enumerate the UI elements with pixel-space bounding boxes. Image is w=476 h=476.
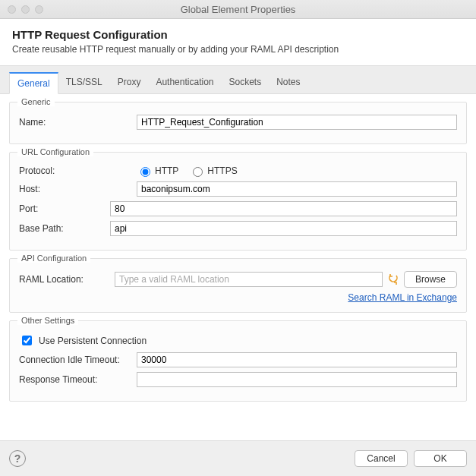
group-url-configuration: URL Configuration Protocol: HTTP HTTPS H… <box>9 152 467 251</box>
raml-location-label: RAML Location: <box>19 274 110 285</box>
group-other-label: Other Settings <box>17 316 78 325</box>
group-other-settings: Other Settings Use Persistent Connection… <box>9 320 467 402</box>
name-label: Name: <box>19 117 137 128</box>
close-icon[interactable] <box>8 5 16 14</box>
idle-timeout-input[interactable] <box>137 352 457 367</box>
dialog-footer: ? Cancel OK <box>0 440 476 476</box>
group-generic: Generic Name: <box>9 102 467 144</box>
basepath-input[interactable] <box>110 221 457 236</box>
protocol-https-text: HTTPS <box>207 165 237 176</box>
protocol-https-radio[interactable]: HTTPS <box>189 165 237 177</box>
search-raml-link[interactable]: Search RAML in Exchange <box>348 292 457 303</box>
tab-content: Generic Name: URL Configuration Protocol… <box>0 94 476 440</box>
titlebar: Global Element Properties <box>0 0 476 19</box>
persistent-connection-checkbox[interactable] <box>22 336 32 345</box>
protocol-http-text: HTTP <box>155 165 178 176</box>
raml-location-input[interactable] <box>115 272 383 287</box>
group-api-configuration: API Configuration RAML Location: Browse … <box>9 258 467 313</box>
host-label: Host: <box>19 184 137 194</box>
protocol-http-input[interactable] <box>140 167 150 177</box>
tab-notes[interactable]: Notes <box>269 72 307 93</box>
group-url-label: URL Configuration <box>17 147 93 156</box>
refresh-icon[interactable] <box>387 273 399 285</box>
tab-bar: General TLS/SSL Proxy Authentication Soc… <box>0 66 476 94</box>
response-timeout-label: Response Timeout: <box>19 374 137 385</box>
dialog-header: HTTP Request Configuration Create reusab… <box>0 19 476 66</box>
name-input[interactable] <box>137 115 457 130</box>
idle-timeout-label: Connection Idle Timeout: <box>19 355 137 365</box>
zoom-icon[interactable] <box>35 5 43 14</box>
dialog-window: Global Element Properties HTTP Request C… <box>0 0 476 476</box>
protocol-https-input[interactable] <box>193 167 203 177</box>
port-input[interactable] <box>110 201 457 216</box>
persistent-connection-label: Use Persistent Connection <box>39 336 147 346</box>
response-timeout-input[interactable] <box>137 372 457 387</box>
basepath-label: Base Path: <box>19 223 110 234</box>
tab-sockets[interactable]: Sockets <box>221 72 269 93</box>
tab-general[interactable]: General <box>9 72 58 94</box>
cancel-button[interactable]: Cancel <box>355 450 408 467</box>
tab-authentication[interactable]: Authentication <box>148 72 221 93</box>
group-generic-label: Generic <box>17 97 55 106</box>
tab-proxy[interactable]: Proxy <box>110 72 149 93</box>
protocol-radios: HTTP HTTPS <box>137 165 238 177</box>
protocol-http-radio[interactable]: HTTP <box>137 165 178 177</box>
ok-button[interactable]: OK <box>414 450 467 467</box>
host-input[interactable] <box>137 181 457 197</box>
window-title: Global Element Properties <box>0 4 476 15</box>
page-subtitle: Create reusable HTTP request manually or… <box>12 44 464 55</box>
window-controls <box>8 5 43 14</box>
minimize-icon[interactable] <box>21 5 30 14</box>
tab-tlsssl[interactable]: TLS/SSL <box>58 72 110 93</box>
port-label: Port: <box>19 203 110 214</box>
protocol-label: Protocol: <box>19 165 137 176</box>
browse-button[interactable]: Browse <box>404 271 457 288</box>
page-title: HTTP Request Configuration <box>12 28 464 41</box>
group-api-label: API Configuration <box>17 254 90 263</box>
help-icon[interactable]: ? <box>9 450 26 467</box>
